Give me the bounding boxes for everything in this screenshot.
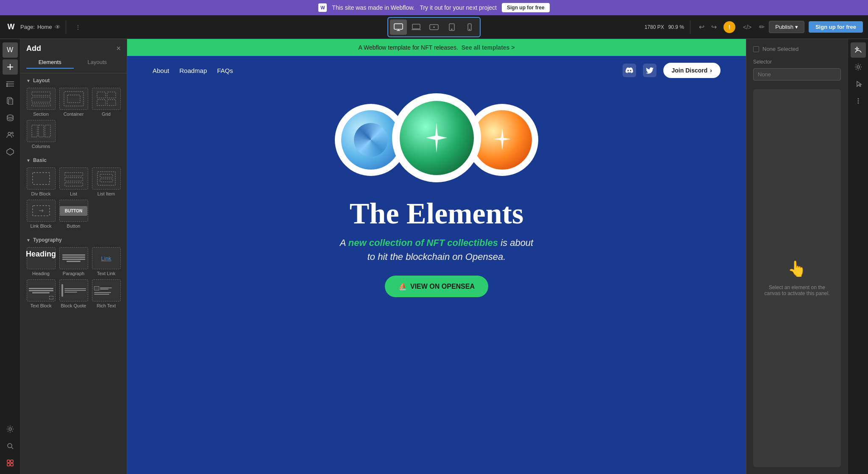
selector-input[interactable] — [753, 68, 841, 81]
element-grid[interactable]: Grid — [92, 88, 121, 117]
svg-rect-47 — [100, 174, 113, 177]
right-rail-settings[interactable] — [851, 59, 866, 75]
right-rail-more[interactable] — [851, 93, 866, 109]
more-menu-icon[interactable]: ⋮ — [71, 20, 85, 34]
add-close-button[interactable]: × — [116, 44, 121, 53]
rail-icon-pages[interactable] — [3, 93, 18, 109]
svg-rect-26 — [7, 460, 10, 463]
linkblock-icon — [27, 200, 56, 222]
rail-icon-settings[interactable] — [3, 421, 18, 437]
svg-rect-44 — [65, 178, 83, 181]
button-element-icon: BUTTON — [59, 200, 88, 222]
rail-icon-assets[interactable] — [3, 144, 18, 159]
typography-section-label: Typography — [33, 237, 62, 243]
page-indicator: Page: Home 👁 — [20, 24, 61, 31]
svg-rect-39 — [32, 125, 37, 137]
element-richtext[interactable]: Rich Text — [92, 279, 121, 308]
cursor-icon: 👆 — [787, 260, 807, 278]
svg-rect-28 — [7, 463, 10, 466]
breakpoint-desktop[interactable] — [390, 20, 407, 35]
site-nav: About Roadmap FAQs Join Discord — [127, 56, 746, 85]
zoom-display: 90.9 % — [668, 24, 684, 30]
element-divblock[interactable]: Div Block — [26, 167, 56, 196]
right-rail-interactions[interactable] — [851, 76, 866, 92]
website-frame[interactable]: A Webflow template for NFT releases. See… — [127, 39, 746, 474]
toolbar-divider-1 — [66, 20, 66, 34]
style-panel: 👆 Select an element on the canvas to act… — [753, 89, 841, 467]
rail-icon-components[interactable] — [3, 455, 18, 471]
element-textlink[interactable]: Link Text Link — [92, 247, 121, 276]
tab-layouts[interactable]: Layouts — [74, 56, 121, 69]
svg-rect-45 — [65, 183, 83, 186]
rail-icon-add[interactable] — [3, 59, 18, 75]
promo-signup-button[interactable]: Sign up for free — [502, 3, 550, 12]
rail-icon-users[interactable] — [3, 127, 18, 142]
undo-redo-group: ↩ ↪ — [696, 21, 719, 33]
svg-rect-0 — [394, 24, 403, 29]
undo-button[interactable]: ↩ — [696, 21, 707, 33]
element-linkblock[interactable]: Link Block — [26, 200, 56, 229]
rail-icon-webflow[interactable]: W — [3, 42, 18, 58]
breakpoint-tablet-landscape[interactable] — [426, 20, 442, 35]
nav-about[interactable]: About — [153, 67, 169, 74]
svg-rect-42 — [33, 173, 50, 184]
page-name[interactable]: Home — [37, 24, 52, 30]
svg-point-5 — [434, 27, 434, 28]
element-button[interactable]: BUTTON Button — [59, 200, 88, 229]
textblock-label: Text Block — [30, 303, 51, 308]
twitter-nav-icon[interactable] — [643, 64, 657, 77]
nav-roadmap[interactable]: Roadmap — [179, 67, 207, 74]
px-value: 1780 PX — [645, 24, 664, 30]
signup-button[interactable]: Sign up for free — [809, 21, 863, 33]
preview-icon[interactable]: 👁 — [55, 24, 61, 31]
element-listitem[interactable]: List Item — [92, 167, 121, 196]
hero-title: The Elements — [350, 197, 523, 231]
svg-rect-30 — [32, 92, 50, 95]
element-section[interactable]: Section — [26, 88, 56, 117]
section-header-basic[interactable]: ▼ Basic — [20, 153, 127, 166]
typography-elements-grid: Heading Heading Paragraph — [20, 245, 127, 312]
section-header-layout[interactable]: ▼ Layout — [20, 73, 127, 86]
element-paragraph[interactable]: Paragraph — [59, 247, 88, 276]
breakpoint-tablet-portrait[interactable] — [443, 20, 460, 35]
section-header-typography[interactable]: ▼ Typography — [20, 233, 127, 245]
grid-icon — [92, 88, 121, 110]
element-list[interactable]: List — [59, 167, 88, 196]
opensea-button[interactable]: ⛵ VIEW ON OPENSEA — [385, 276, 488, 297]
breakpoint-mobile[interactable] — [461, 20, 478, 35]
svg-rect-46 — [97, 172, 115, 185]
webflow-logo-promo: W — [318, 3, 327, 12]
element-blockquote[interactable]: Block Quote — [59, 279, 88, 308]
element-container[interactable]: Container — [59, 88, 88, 117]
typography-caret: ▼ — [26, 238, 31, 243]
join-discord-button[interactable]: Join Discord › — [663, 63, 721, 78]
svg-point-19 — [7, 115, 13, 117]
svg-point-64 — [857, 103, 859, 104]
banner-link[interactable]: See all templates > — [462, 44, 515, 51]
warning-icon[interactable]: ! — [723, 21, 735, 33]
listitem-label: List Item — [97, 191, 115, 196]
add-panel-header: Add × — [20, 39, 127, 56]
element-textblock[interactable]: Text Block — [26, 279, 56, 308]
nav-faqs[interactable]: FAQs — [217, 67, 233, 74]
none-selected-checkbox[interactable] — [753, 46, 759, 52]
canvas-content[interactable]: A Webflow template for NFT releases. See… — [127, 39, 746, 474]
hero-subtitle-highlight: new collection of NFT collectibles — [348, 237, 498, 248]
toolbar: W Page: Home 👁 ⋮ 1780 PX 90.9 % — [0, 15, 868, 39]
tab-elements[interactable]: Elements — [26, 56, 74, 69]
rail-icon-cms[interactable] — [3, 110, 18, 125]
element-columns[interactable]: Columns — [26, 120, 56, 149]
breakpoint-laptop[interactable] — [408, 20, 425, 35]
hero-subtitle-3: to hit the blockchain on Opensea. — [367, 251, 506, 262]
redo-button[interactable]: ↪ — [709, 21, 719, 33]
code-button[interactable]: </> — [740, 22, 755, 32]
promo-text: This site was made in Webflow. — [332, 4, 415, 11]
right-rail-style[interactable] — [851, 42, 866, 58]
paint-button[interactable]: ✏ — [759, 23, 765, 31]
rail-icon-navigator[interactable] — [3, 76, 18, 92]
button-label: Button — [67, 223, 81, 229]
rail-icon-search[interactable] — [3, 438, 18, 454]
publish-button[interactable]: Publish ▾ — [769, 21, 804, 33]
discord-nav-icon[interactable] — [623, 64, 636, 77]
element-heading[interactable]: Heading Heading — [26, 247, 56, 276]
